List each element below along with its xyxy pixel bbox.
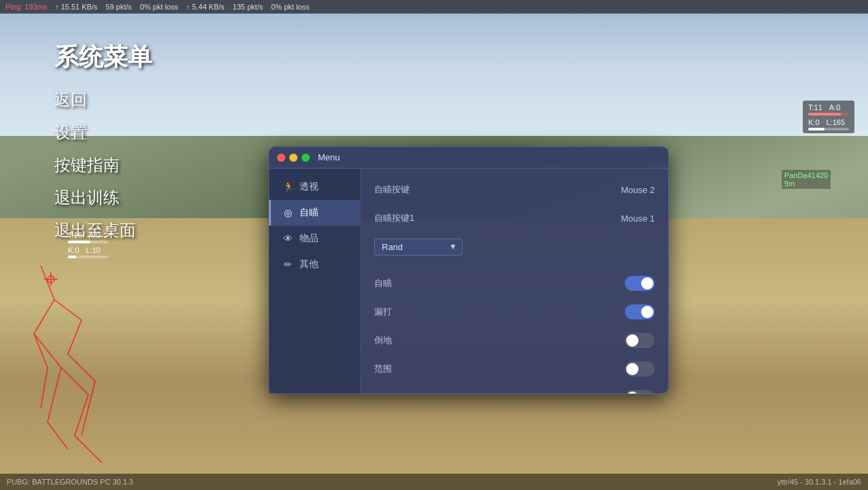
stat-a-left: A:0 (89, 231, 101, 239)
modal-title: Menu (318, 152, 340, 162)
aim-key2-value: Mouse 1 (621, 213, 655, 224)
toggle-aimbot-label: 自瞄 (374, 277, 392, 290)
pkt-rate: 59 pkt/s (106, 3, 132, 11)
toggle-range-row: 范围 (374, 359, 655, 379)
aim-key2-label: 自瞄按键1 (374, 212, 414, 224)
stat-t-left: T:16 (68, 231, 82, 239)
sidebar-item-other[interactable]: ✏ 其他 (269, 251, 360, 277)
stat-a-right: A:0 (829, 103, 841, 111)
sidebar-label-aimbot: 自瞄 (300, 207, 319, 219)
close-button[interactable] (277, 154, 285, 162)
enemy-name: PanDa41420 (784, 171, 828, 179)
pkt-loss2: 0% pkt loss (271, 3, 309, 11)
toggle-miss[interactable] (625, 304, 655, 319)
toggle-aimbot-row: 自瞄 (374, 273, 655, 294)
system-menu: 系统菜单 返回 设置 按键指南 退出训练 退出至桌面 (54, 41, 152, 244)
rand-dropdown[interactable]: Rand (374, 239, 463, 256)
bottom-hud: PUBG: BATTLEGROUNDS PC 30.1.3 yttr/45 - … (0, 474, 868, 490)
stat-l-right: L:165 (827, 118, 846, 126)
modal-window: Menu 🏃 透视 ◎ 自瞄 👁 物品 ✏ 其他 (268, 146, 669, 394)
sidebar-label-other: 其他 (300, 258, 319, 270)
upload-speed: ↑ 15.51 KB/s (55, 3, 97, 11)
menu-item-settings[interactable]: 设置 (54, 119, 152, 146)
upload-speed2: ↑ 5.44 KB/s (186, 3, 224, 11)
toggle-miss-row: 漏打 (374, 302, 655, 322)
aimbot-icon: ◎ (282, 207, 294, 219)
modal-content: 自瞄按键 Mouse 2 自瞄按键1 Mouse 1 Rand ▼ (361, 169, 668, 393)
menu-item-back[interactable]: 返回 (54, 86, 152, 113)
stat-k-right: K:0 (808, 118, 820, 126)
sidebar-label-items: 物品 (300, 232, 319, 245)
toggle-teammate-row: 队友 (374, 387, 655, 393)
rand-dropdown-wrapper: Rand ▼ (374, 239, 463, 256)
sidebar-item-items[interactable]: 👁 物品 (269, 226, 360, 251)
menu-item-exit-training[interactable]: 退出训练 (54, 184, 152, 211)
toggle-miss-knob (641, 306, 653, 318)
sidebar-item-perspective[interactable]: 🏃 透视 (269, 174, 360, 200)
toggle-down-knob (626, 334, 638, 347)
toggle-teammate-label: 队友 (374, 391, 392, 393)
pkt-loss: 0% pkt loss (140, 3, 178, 11)
stat-l-left: L:10 (86, 246, 101, 254)
stat-t-right: T:11 (808, 103, 822, 111)
traffic-lights (277, 154, 310, 162)
dropdown-row: Rand ▼ (374, 237, 655, 257)
items-icon: 👁 (282, 232, 294, 245)
enemy-marker: PanDa41420 9m (782, 170, 831, 189)
toggle-miss-label: 漏打 (374, 306, 392, 318)
modal-titlebar: Menu (269, 147, 668, 169)
aim-key-row: 自瞄按键 Mouse 2 (374, 179, 655, 200)
toggle-teammate-knob (626, 391, 638, 393)
other-icon: ✏ (282, 258, 294, 270)
modal-body: 🏃 透视 ◎ 自瞄 👁 物品 ✏ 其他 自瞄按键 Mouse 2 (269, 169, 668, 393)
toggle-range-knob (626, 363, 638, 375)
pkt-rate2: 135 pkt/s (233, 3, 264, 11)
system-menu-title: 系统菜单 (54, 41, 152, 74)
aim-key-label: 自瞄按键 (374, 183, 410, 196)
aim-key2-row: 自瞄按键1 Mouse 1 (374, 208, 655, 228)
version-info: PUBG: BATTLEGROUNDS PC 30.1.3 (7, 478, 133, 486)
build-info: yttr/45 - 30.1.3.1 - 1efa06 (777, 478, 861, 486)
aim-key-value: Mouse 2 (621, 185, 655, 195)
toggle-aimbot[interactable] (625, 276, 655, 291)
maximize-button[interactable] (302, 154, 310, 162)
player-stats-left: T:16 A:0 K:0 L:10 (68, 231, 109, 258)
ping-display: Ping: 193ms (5, 3, 47, 11)
modal-sidebar: 🏃 透视 ◎ 自瞄 👁 物品 ✏ 其他 (269, 169, 361, 393)
top-hud: Ping: 193ms ↑ 15.51 KB/s 59 pkt/s 0% pkt… (0, 0, 868, 14)
toggle-down-label: 倒地 (374, 334, 392, 347)
toggle-range-label: 范围 (374, 363, 392, 375)
toggle-range[interactable] (625, 362, 655, 377)
toggle-down-row: 倒地 (374, 330, 655, 351)
minimize-button[interactable] (289, 154, 297, 162)
toggle-aimbot-knob (641, 277, 653, 290)
toggle-down[interactable] (625, 333, 655, 348)
player-stats-right: T:11 A:0 K:0 L:165 (803, 101, 854, 133)
sidebar-label-perspective: 透视 (300, 181, 319, 193)
menu-item-keybindings[interactable]: 按键指南 (54, 152, 152, 179)
enemy-distance: 9m (784, 179, 828, 188)
toggle-teammate[interactable] (625, 390, 655, 393)
sidebar-item-aimbot[interactable]: ◎ 自瞄 (269, 200, 360, 226)
stat-k-left: K:0 (68, 246, 79, 254)
perspective-icon: 🏃 (282, 181, 294, 193)
